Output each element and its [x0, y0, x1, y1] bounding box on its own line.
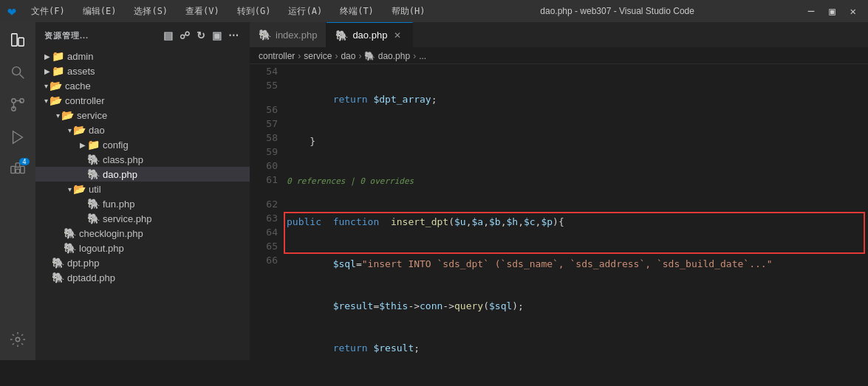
tab-file-icon: 🐘: [259, 29, 271, 41]
arrow-icon: ▶: [80, 141, 86, 149]
breadcrumb-file[interactable]: 🐘 dao.php: [364, 51, 410, 61]
minimize-button[interactable]: ─: [804, 4, 819, 18]
tree-label: dpt.php: [67, 258, 99, 269]
svg-rect-0: [12, 34, 17, 46]
tab-dao-php[interactable]: 🐘 dao.php ✕: [327, 22, 413, 47]
folder-open-icon: 📂: [61, 109, 74, 121]
arrow-icon: ▶: [44, 52, 50, 61]
tab-file-icon: 🐘: [335, 30, 348, 41]
arrow-icon: ▶: [44, 67, 50, 75]
php-icon: 🐘: [64, 242, 76, 254]
folder-icon: 📁: [52, 65, 64, 77]
line-num-56: 56: [259, 103, 278, 117]
editor-area: 🐘 index.php 🐘 dao.php ✕ controller › ser…: [250, 22, 868, 360]
breadcrumb-dao[interactable]: dao: [341, 51, 355, 61]
new-folder-button[interactable]: ☍: [178, 28, 192, 43]
line-num-58: 58: [259, 131, 278, 145]
more-actions[interactable]: ⋯: [227, 28, 241, 43]
maximize-button[interactable]: ▣: [824, 4, 839, 18]
activity-run[interactable]: [3, 123, 33, 152]
svg-rect-1: [18, 38, 24, 46]
arrow-icon: ▾: [56, 111, 60, 120]
line-num-59: 59: [259, 145, 278, 159]
menu-run[interactable]: 运行(A): [282, 5, 328, 18]
tree-item-controller[interactable]: ▾ 📂 controller: [35, 93, 250, 108]
sidebar-title: 资源管理...: [44, 30, 89, 41]
menu-edit[interactable]: 编辑(E): [77, 5, 123, 18]
line-numbers: 54 55 56 57 58 59 60 61 62 63 64 65 66: [250, 64, 287, 360]
svg-line-3: [20, 75, 24, 79]
activity-search[interactable]: [3, 58, 33, 87]
php-icon: 🐘: [87, 198, 100, 210]
line-num-63: 63: [259, 211, 278, 225]
tree-item-class-php[interactable]: ▶ 🐘 class.php: [35, 152, 250, 167]
new-file-button[interactable]: ▤: [162, 28, 175, 43]
refresh-button[interactable]: ↻: [195, 28, 208, 43]
code-line-54: return $dpt_array;: [287, 92, 856, 106]
menu-goto[interactable]: 转到(G): [231, 5, 277, 18]
extensions-badge: 4: [19, 158, 30, 165]
activity-extensions[interactable]: 4: [3, 155, 33, 185]
tree-item-service[interactable]: ▾ 📂 service: [35, 108, 250, 123]
code-line-55: }: [287, 134, 856, 148]
line-num-57: 57: [259, 117, 278, 131]
tab-bar: 🐘 index.php 🐘 dao.php ✕: [250, 22, 868, 48]
svg-marker-7: [13, 131, 23, 144]
tree-item-fun-php[interactable]: ▶ 🐘 fun.php: [35, 196, 250, 211]
activity-settings[interactable]: [3, 325, 33, 354]
svg-point-2: [13, 67, 21, 75]
tree-item-admin[interactable]: ▶ 📁 admin: [35, 49, 250, 63]
tree-label: config: [103, 139, 129, 151]
menu-terminal[interactable]: 终端(T): [334, 5, 380, 18]
code-line-58: $result=$this->conn->query($sql);: [287, 299, 856, 313]
tree-item-service-php[interactable]: ▶ 🐘 service.php: [35, 211, 250, 226]
arrow-icon: ▾: [44, 82, 48, 90]
tree-item-util[interactable]: ▾ 📂 util: [35, 182, 250, 196]
code-line-56: public function insert_dpt($u,$a,$b,$h,$…: [287, 215, 856, 229]
window-title: dao.php - web307 - Visual Studio Code: [437, 6, 798, 16]
tree-item-config[interactable]: ▶ 📁 config: [35, 137, 250, 152]
code-editor[interactable]: 54 55 56 57 58 59 60 61 62 63 64 65 66: [250, 64, 868, 360]
svg-point-12: [16, 337, 20, 342]
menu-view[interactable]: 查看(V): [180, 5, 225, 18]
php-icon: 🐘: [52, 272, 64, 283]
php-icon: 🐘: [87, 154, 100, 165]
breadcrumb-sep: ›: [413, 51, 416, 61]
menu-help[interactable]: 帮助(H): [386, 5, 431, 18]
tab-index-php[interactable]: 🐘 index.php: [250, 22, 327, 47]
breadcrumb-sep: ›: [335, 51, 338, 61]
close-button[interactable]: ✕: [846, 4, 861, 18]
titlebar: ❤ 文件(F) 编辑(E) 选择(S) 查看(V) 转到(G) 运行(A) 终端…: [0, 0, 868, 22]
tree-item-checklogin-php[interactable]: ▶ 🐘 checklogin.php: [35, 226, 250, 241]
tree-item-dptadd-php[interactable]: ▶ 🐘 dptadd.php: [35, 270, 250, 285]
breadcrumb-service[interactable]: service: [304, 51, 332, 61]
tree-label: service.php: [103, 213, 151, 224]
tree-item-dao-php[interactable]: ▶ 🐘 dao.php: [35, 167, 250, 182]
menu-file[interactable]: 文件(F): [25, 5, 71, 18]
tree-item-logout-php[interactable]: ▶ 🐘 logout.php: [35, 241, 250, 255]
vscode-logo: ❤: [7, 2, 16, 20]
folder-open-icon: 📂: [73, 183, 86, 195]
breadcrumb: controller › service › dao › 🐘 dao.php ›…: [250, 48, 868, 64]
tree-item-dao-folder[interactable]: ▾ 📂 dao: [35, 123, 250, 137]
code-lines: return $dpt_array; } 0 references | 0 ov…: [287, 64, 868, 360]
tree-item-cache[interactable]: ▾ 📂 cache: [35, 78, 250, 93]
folder-open-icon: 📂: [49, 80, 62, 92]
breadcrumb-controller[interactable]: controller: [259, 51, 295, 61]
php-icon: 🐘: [64, 227, 76, 239]
tree-item-assets[interactable]: ▶ 📁 assets: [35, 63, 250, 78]
main-layout: 4 资源管理... ▤ ☍ ↻ ▣ ⋯ ▶ 📁 admin: [0, 22, 868, 360]
php-icon: 🐘: [52, 257, 64, 269]
tree-label: admin: [67, 51, 93, 62]
svg-point-4: [12, 99, 16, 103]
collapse-button[interactable]: ▣: [211, 28, 224, 43]
arrow-icon: ▾: [44, 97, 48, 105]
activity-source-control[interactable]: [3, 90, 33, 120]
line-num-55: 55: [259, 78, 278, 92]
activity-explorer[interactable]: [3, 25, 33, 55]
sidebar-header: 资源管理... ▤ ☍ ↻ ▣ ⋯: [35, 22, 250, 49]
tab-close-button[interactable]: ✕: [392, 30, 403, 41]
tree-item-dpt-php[interactable]: ▶ 🐘 dpt.php: [35, 255, 250, 270]
breadcrumb-more[interactable]: ...: [419, 51, 426, 61]
menu-select[interactable]: 选择(S): [128, 5, 174, 18]
